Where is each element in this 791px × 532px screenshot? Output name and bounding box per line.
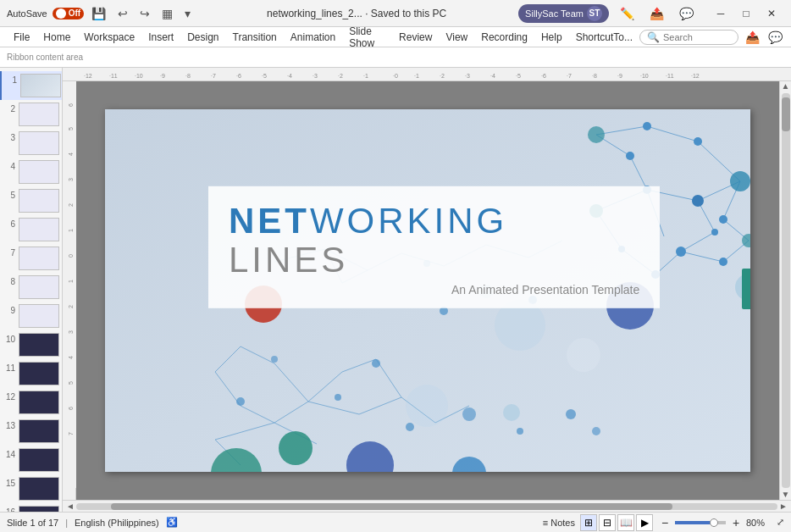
svg-text:·3: ·3 (313, 73, 318, 79)
share-ribbon-icon[interactable]: 📤 (744, 29, 761, 46)
menu-slideshow[interactable]: Slide Show (342, 24, 392, 51)
minimize-button[interactable]: ─ (708, 5, 733, 22)
svg-text:·10: ·10 (135, 73, 143, 79)
menu-transition[interactable]: Transition (226, 30, 284, 45)
svg-text:·9: ·9 (160, 73, 165, 79)
accessibility-icon[interactable]: ♿ (166, 517, 178, 528)
svg-text:·4: ·4 (490, 73, 495, 79)
slideshow-button[interactable]: ▶ (636, 514, 653, 531)
fit-to-window-button[interactable]: ⤢ (777, 517, 784, 528)
right-scrollbar[interactable]: ▲ ▼ (779, 81, 791, 500)
svg-text:·7: ·7 (567, 73, 572, 79)
menu-review[interactable]: Review (392, 30, 439, 45)
search-box[interactable]: 🔍 (639, 30, 738, 45)
slide-thumb-4[interactable]: 4 (0, 158, 62, 186)
scroll-left-button[interactable]: ◄ (64, 502, 76, 511)
save-icon[interactable]: 💾 (87, 5, 110, 22)
svg-point-122 (236, 397, 245, 406)
vertical-ruler: 6 5 4 3 2 1 0 1 2 3 4 5 6 7 (63, 81, 76, 500)
slide-thumb-10[interactable]: 10 (0, 330, 62, 359)
slide-num-2: 2 (3, 103, 15, 114)
autosave-label: AutoSave (7, 8, 47, 19)
scroll-thumb[interactable] (782, 97, 790, 131)
scroll-up-button[interactable]: ▲ (781, 81, 791, 91)
slide-thumb-8[interactable]: 8 (0, 273, 62, 302)
share-icon[interactable]: 📤 (645, 5, 668, 22)
ribbon-toolbar: Ribbon content area (0, 47, 791, 68)
slide-sorter-button[interactable]: ⊟ (599, 514, 616, 531)
slide-preview-2 (19, 103, 59, 126)
menu-file[interactable]: File (7, 30, 36, 45)
menu-help[interactable]: Help (534, 30, 569, 45)
scroll-right-button[interactable]: ► (777, 502, 789, 511)
close-button[interactable]: ✕ (759, 5, 784, 22)
slide-thumb-15[interactable]: 15 (0, 474, 62, 503)
menu-recording[interactable]: Recording (474, 30, 534, 45)
svg-point-110 (279, 431, 313, 465)
slide-thumb-11[interactable]: 11 (0, 359, 62, 388)
notes-button[interactable]: ≡ Notes (543, 518, 575, 528)
slide-thumb-12[interactable]: 12 (0, 388, 62, 417)
reading-view-button[interactable]: 📖 (617, 514, 634, 531)
dropdown-icon[interactable]: ▾ (180, 5, 195, 22)
slide-teal-tab (742, 269, 750, 309)
layout-icon[interactable]: ▦ (158, 5, 177, 22)
slide-thumb-3[interactable]: 3 (0, 129, 62, 158)
slide-thumb-7[interactable]: 7 (0, 244, 62, 273)
svg-text:·6: ·6 (236, 73, 241, 79)
h-scroll-thumb[interactable] (111, 503, 672, 510)
search-input[interactable] (663, 32, 731, 42)
slide-preview-12 (19, 391, 59, 414)
zoom-thumb[interactable] (710, 518, 718, 527)
pen-icon[interactable]: ✏️ (616, 5, 639, 22)
menu-home[interactable]: Home (36, 30, 77, 45)
zoom-plus-button[interactable]: + (729, 516, 743, 529)
normal-view-button[interactable]: ⊞ (580, 514, 597, 531)
slide-num-5: 5 (3, 189, 15, 200)
slide-thumb-9[interactable]: 9 (0, 302, 62, 330)
menu-insert[interactable]: Insert (141, 30, 180, 45)
user-badge[interactable]: SillySac Team ST (518, 4, 609, 23)
ribbon-right: 🔍 📤 💬 (639, 29, 784, 46)
menu-shortcut[interactable]: ShortcutTo... (569, 30, 639, 45)
slide-num-10: 10 (3, 333, 15, 344)
menu-design[interactable]: Design (180, 30, 225, 45)
svg-text:·2: ·2 (338, 73, 343, 79)
title-net: NET (229, 200, 310, 240)
menu-animation[interactable]: Animation (284, 30, 342, 45)
horizontal-scrollbar[interactable]: ◄ ► (63, 500, 791, 512)
slide-thumb-13[interactable]: 13 (0, 417, 62, 446)
slide-thumb-2[interactable]: 2 (0, 100, 62, 129)
menu-view[interactable]: View (439, 30, 474, 45)
svg-point-94 (719, 258, 727, 266)
canvas-main[interactable]: NETWORKING LINES An Animated Presentatio… (76, 81, 779, 500)
scroll-down-button[interactable]: ▼ (781, 490, 791, 500)
slide-preview-7 (19, 247, 59, 270)
menu-workspace[interactable]: Workspace (77, 30, 141, 45)
slide-thumb-6[interactable]: 6 (0, 215, 62, 244)
slide-thumb-5[interactable]: 5 (0, 186, 62, 215)
title-bar-filename: networking_lines_2... · Saved to this PC (195, 8, 518, 19)
slide-thumb-1[interactable]: 1 (0, 71, 62, 100)
comment-ribbon-icon[interactable]: 💬 (766, 29, 784, 46)
maximize-button[interactable]: □ (733, 5, 759, 22)
slide-preview-13 (19, 419, 59, 443)
toggle-circle (56, 8, 66, 19)
slide-thumb-14[interactable]: 14 (0, 446, 62, 474)
svg-text:6: 6 (68, 103, 74, 107)
slide-preview-8 (19, 275, 59, 299)
svg-text:1: 1 (68, 229, 74, 232)
comment-icon[interactable]: 💬 (675, 5, 698, 22)
redo-icon[interactable]: ↪ (136, 5, 154, 22)
slide-num-3: 3 (3, 131, 15, 142)
zoom-slider[interactable] (675, 521, 726, 524)
undo-icon[interactable]: ↩ (113, 5, 132, 22)
svg-text:6: 6 (68, 407, 74, 410)
slide-num-9: 9 (3, 304, 15, 315)
autosave-toggle[interactable]: Off (53, 8, 84, 19)
svg-rect-26 (63, 81, 76, 488)
slide-thumb-16[interactable]: 16 (0, 503, 62, 512)
slide-num-14: 14 (3, 448, 15, 459)
zoom-minus-button[interactable]: − (658, 516, 672, 529)
slide-title-overlay: NETWORKING LINES An Animated Presentatio… (208, 186, 660, 308)
